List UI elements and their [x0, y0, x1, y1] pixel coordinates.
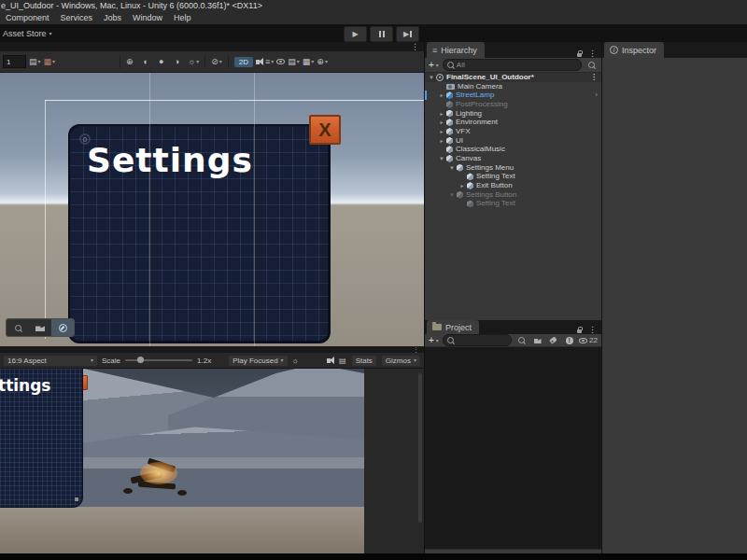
- tab-project[interactable]: Project: [427, 320, 479, 334]
- tab-inspector[interactable]: i Inspector: [604, 42, 664, 58]
- hierarchy-item[interactable]: ▸StreetLamp›: [425, 91, 601, 100]
- navigation-tool-button[interactable]: [51, 319, 74, 336]
- saved-search-button[interactable]: [585, 60, 598, 71]
- foldout-arrow-icon[interactable]: ▸: [438, 119, 445, 125]
- draw-mode-button[interactable]: ▤▾: [29, 58, 41, 66]
- foldout-arrow-icon[interactable]: ▼: [428, 75, 435, 80]
- zoom-tool-button[interactable]: [7, 319, 29, 336]
- hierarchy-item[interactable]: ▼Settings Menu: [425, 163, 601, 173]
- game-view-scrollbar[interactable]: [418, 373, 422, 523]
- hierarchy-item[interactable]: ▼FinalScene_UI_Outdoor*⋮: [425, 73, 601, 82]
- hierarchy-item[interactable]: ▸Environment: [425, 118, 601, 127]
- gizmos-settings-button[interactable]: ⊕▾: [317, 58, 328, 66]
- tab-hierarchy[interactable]: ≡ Hierarchy: [427, 42, 485, 58]
- hierarchy-item-label: Setting Text: [476, 173, 515, 180]
- play-button[interactable]: ▶: [344, 26, 367, 42]
- layers-visibility-button[interactable]: ≡▾: [265, 58, 274, 66]
- lighting-toggle-button[interactable]: ◐: [144, 58, 148, 66]
- hierarchy-item[interactable]: Setting Text: [425, 173, 601, 182]
- hierarchy-menu-icon[interactable]: ⋮: [588, 49, 597, 58]
- game-viewport[interactable]: ttings X: [0, 369, 364, 553]
- scene-options-icon[interactable]: ⋮: [590, 74, 598, 81]
- focus-mode-dropdown[interactable]: Play Focused▾: [229, 356, 287, 366]
- hierarchy-search-input[interactable]: All: [443, 59, 582, 71]
- project-menu-icon[interactable]: ⋮: [588, 326, 597, 334]
- foldout-arrow-icon[interactable]: ▼: [448, 165, 456, 171]
- hierarchy-item[interactable]: ▼Settings Button: [425, 190, 601, 200]
- saved-search-button[interactable]: [515, 335, 528, 346]
- hierarchy-item[interactable]: ClassicalMusic: [425, 146, 601, 155]
- panel-divider[interactable]: [601, 42, 602, 553]
- lock-icon[interactable]: [577, 53, 582, 57]
- grid-settings-button[interactable]: ▦▾: [303, 58, 315, 66]
- record-icon[interactable]: ▤: [339, 357, 346, 365]
- foldout-arrow-icon[interactable]: ▸: [438, 138, 445, 144]
- hierarchy-item-label: Exit Button: [476, 182, 513, 189]
- menu-item-services[interactable]: Services: [55, 13, 99, 22]
- speaker-icon: [256, 60, 260, 64]
- snap-mode-button[interactable]: ▦▾: [44, 58, 56, 66]
- hierarchy-item[interactable]: ▼Canvas: [425, 154, 601, 163]
- menu-item-help[interactable]: Help: [168, 13, 197, 22]
- scene-grid-size-field[interactable]: 1: [3, 55, 26, 68]
- camera-preview-button[interactable]: [29, 319, 51, 336]
- scene-visibility-button[interactable]: [276, 59, 285, 64]
- vsync-icon[interactable]: ☼: [292, 357, 299, 365]
- hierarchy-item[interactable]: PostProcessing: [425, 100, 601, 109]
- scene-viewport[interactable]: 0 Settings X: [0, 73, 424, 346]
- skybox-toggle-button[interactable]: ●: [159, 58, 163, 66]
- hierarchy-item[interactable]: ▸VFX: [425, 127, 601, 136]
- menu-item-jobs[interactable]: Jobs: [98, 13, 127, 22]
- gizmos-dropdown[interactable]: Gizmos▾: [382, 356, 420, 366]
- scene-window-menu-icon[interactable]: ⋮: [411, 43, 419, 51]
- foldout-arrow-icon[interactable]: ▸: [438, 111, 445, 117]
- panel-divider[interactable]: [424, 42, 425, 553]
- foldout-arrow-icon[interactable]: ▼: [438, 156, 445, 161]
- pause-button[interactable]: [370, 26, 393, 42]
- stats-button[interactable]: Stats: [352, 356, 376, 366]
- hierarchy-item[interactable]: ▸UI: [425, 136, 601, 146]
- settings-panel-game-title: ttings: [0, 376, 82, 395]
- lock-icon[interactable]: [577, 329, 582, 333]
- ground: [0, 507, 364, 553]
- component-filter-button[interactable]: ▤▾: [288, 58, 300, 66]
- create-object-button[interactable]: +▾: [429, 60, 439, 70]
- camera-settings-button[interactable]: ⊘▾: [211, 58, 222, 66]
- foldout-arrow-icon[interactable]: ▸: [438, 129, 445, 134]
- settings-panel-game: ttings: [0, 369, 82, 507]
- menu-item-component[interactable]: Component: [0, 13, 55, 22]
- step-button[interactable]: ▶: [396, 26, 419, 42]
- aspect-ratio-dropdown[interactable]: 16:9 Aspect▾: [4, 356, 97, 366]
- filter-by-label-button[interactable]: [547, 335, 559, 346]
- menu-item-window[interactable]: Window: [127, 13, 168, 22]
- shading-mode-button[interactable]: ⊕: [126, 58, 134, 66]
- scene-overlay-toolbar: [6, 318, 75, 337]
- audio-mute-button[interactable]: [256, 60, 262, 64]
- effects-dropdown-button[interactable]: ☼▾: [188, 58, 199, 66]
- fx-toggle-button[interactable]: ◑: [174, 58, 178, 66]
- foldout-arrow-icon[interactable]: ▼: [448, 192, 456, 198]
- scale-label: Scale: [102, 357, 120, 365]
- foldout-arrow-icon[interactable]: ▸: [438, 92, 445, 98]
- hierarchy-item[interactable]: Setting Text: [425, 200, 601, 209]
- hierarchy-item-label: Environment: [456, 119, 498, 126]
- scale-slider[interactable]: [125, 359, 192, 361]
- hierarchy-item-label: ClassicalMusic: [456, 146, 505, 153]
- game-window-menu-icon[interactable]: ⋮: [413, 346, 419, 353]
- camera-stack-icon: [35, 324, 45, 331]
- hierarchy-item[interactable]: ▸Lighting: [425, 109, 601, 119]
- tab-asset-store[interactable]: Asset Store ▾: [0, 24, 60, 42]
- hierarchy-item[interactable]: ▸Exit Button: [425, 181, 601, 190]
- mute-audio-icon[interactable]: [327, 358, 331, 363]
- prefab-indicator-bar: [425, 91, 427, 100]
- console-warning-button[interactable]: !: [563, 335, 575, 346]
- filter-by-type-button[interactable]: [531, 335, 543, 346]
- foldout-arrow-icon[interactable]: ▸: [458, 183, 466, 189]
- settings-close-button[interactable]: X: [309, 115, 341, 145]
- create-asset-button[interactable]: +▾: [429, 335, 439, 345]
- project-search-input[interactable]: [443, 334, 512, 346]
- hierarchy-item[interactable]: Main Camera: [425, 82, 601, 91]
- open-prefab-chevron-icon[interactable]: ›: [595, 91, 598, 99]
- hidden-items-count[interactable]: 22: [579, 336, 598, 344]
- 2d-mode-toggle[interactable]: 2D: [234, 57, 253, 67]
